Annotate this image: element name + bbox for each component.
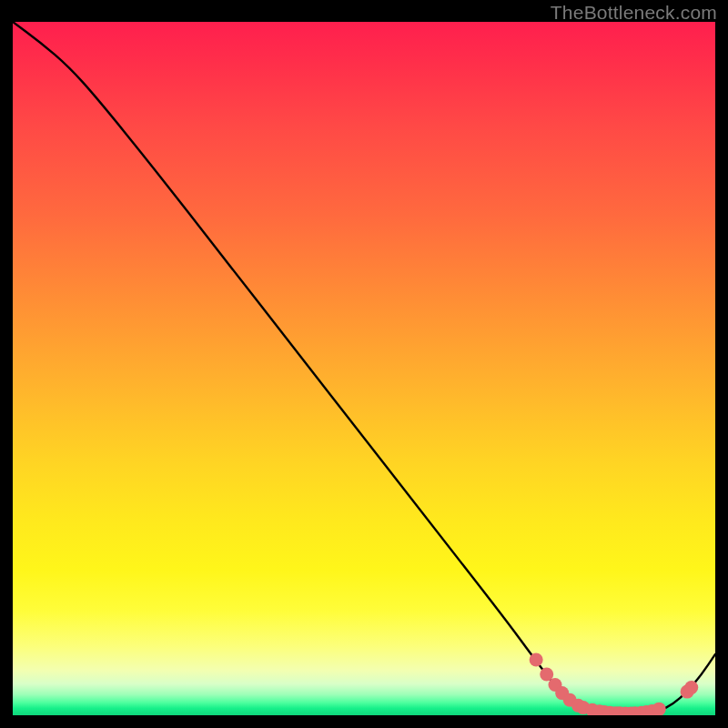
curve-marker [619,707,632,715]
curve-marker [598,705,612,715]
curve-marker [530,653,543,667]
curve-marker [585,703,599,715]
curve-marker [640,705,653,715]
curve-marker [571,699,585,713]
curve-marker [624,707,638,715]
attribution-text: TheBottleneck.com [551,2,717,24]
curve-marker [609,706,622,715]
curve-marker [652,703,666,715]
curve-marker [684,681,698,694]
curve-marker [576,701,590,714]
bottleneck-curve-path [13,22,715,714]
curve-marker [613,706,627,715]
curve-marker [540,668,553,682]
curve-marker [603,706,617,715]
curve-markers [530,653,699,715]
curve-marker [592,704,606,715]
curve-marker [563,693,577,707]
curve-marker [681,685,694,699]
curve-marker [628,706,642,715]
curve-marker [555,686,569,700]
curve-marker [634,706,648,715]
curve-marker [548,678,561,692]
curve-svg [13,22,715,715]
plot-area [13,22,715,715]
chart-stage: TheBottleneck.com [0,0,728,728]
curve-marker [645,704,659,715]
